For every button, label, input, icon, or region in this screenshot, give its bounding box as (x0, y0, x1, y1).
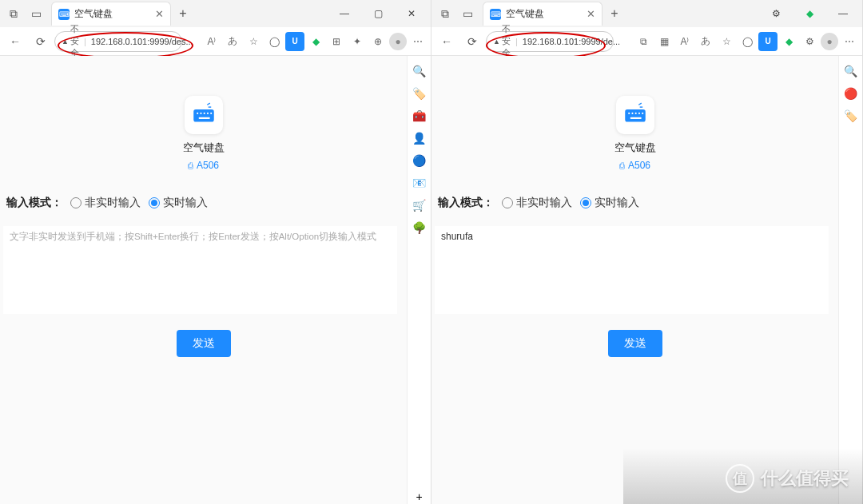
new-tab-button[interactable]: + (173, 6, 193, 21)
screenshot-icon[interactable]: ⧉ (634, 32, 653, 51)
qrcode-icon[interactable]: ▦ (654, 32, 674, 51)
more-icon[interactable]: ⋯ (408, 32, 428, 51)
extension-u-icon[interactable]: U (285, 32, 304, 51)
sidebar-tree-icon[interactable]: 🌳 (412, 220, 427, 235)
shield2-icon[interactable]: ◆ (793, 2, 825, 26)
radio-non-realtime[interactable]: 非实时输入 (502, 196, 572, 210)
extension-u-icon[interactable]: U (758, 32, 777, 51)
profile-avatar[interactable]: ● (389, 33, 407, 50)
tab-actions-icon[interactable]: ▭ (26, 3, 46, 24)
back-button[interactable]: ← (3, 30, 27, 53)
settings-icon[interactable]: ⚙ (760, 2, 792, 26)
sidebar-tools-icon[interactable]: 🧰 (412, 109, 427, 123)
read-aloud-icon[interactable]: A⁾ (202, 32, 221, 51)
svg-rect-7 (625, 109, 646, 122)
mode-label: 输入模式： (438, 196, 494, 210)
sidebar-outlook-icon[interactable]: 📧 (412, 176, 427, 190)
sidebar-tag-icon[interactable]: 🏷️ (412, 86, 427, 101)
favorites-list-icon[interactable]: ✦ (348, 32, 367, 51)
window-right: ⧉ ▭ ⌨ 空气键盘 ✕ + ⚙ ◆ — ← ⟳ 不安全 | 192.168.0… (432, 0, 863, 504)
svg-point-12 (642, 113, 643, 114)
close-icon[interactable]: ✕ (155, 8, 164, 20)
close-window-icon[interactable]: ✕ (396, 2, 428, 26)
browser-tab[interactable]: ⌨ 空气键盘 ✕ (483, 2, 603, 26)
radio-non-realtime[interactable]: 非实时输入 (70, 196, 141, 210)
maximize-icon[interactable]: ▢ (362, 2, 394, 26)
watermark-logo: 值 (726, 464, 754, 493)
close-icon[interactable]: ✕ (587, 8, 595, 20)
profile-avatar[interactable]: ● (821, 33, 838, 50)
sidebar-cart-icon[interactable]: 🛒 (412, 198, 427, 212)
device-badge: A506 (619, 160, 650, 171)
svg-point-2 (200, 113, 201, 114)
send-button[interactable]: 发送 (608, 330, 662, 357)
edge-sidebar: 🔍 🏷️ 🧰 👤 🔵 📧 🛒 🌳 + (407, 56, 431, 504)
edge-sidebar: 🔍 🔴 🏷️ (838, 56, 862, 504)
favicon-icon: ⌨ (490, 9, 501, 20)
translate-icon[interactable]: あ (223, 32, 242, 51)
favorite-icon[interactable]: ☆ (244, 32, 263, 51)
extensions-icon[interactable]: ⊞ (327, 32, 346, 51)
sidebar-red-icon[interactable]: 🔴 (844, 86, 858, 101)
workspaces-icon[interactable]: ⧉ (435, 3, 455, 24)
radio-realtime[interactable]: 实时输入 (149, 196, 208, 210)
svg-rect-13 (630, 117, 641, 119)
settings2-icon[interactable]: ⚙ (800, 32, 819, 51)
sidebar-tag-icon[interactable]: 🏷️ (844, 109, 858, 123)
sidebar-add-icon[interactable]: + (412, 490, 427, 504)
separator: | (515, 37, 518, 46)
circle-icon[interactable]: ◯ (738, 32, 757, 51)
url-box[interactable]: 不安全 | 192.168.0.101:9999/des... (54, 31, 182, 52)
radio-realtime[interactable]: 实时输入 (580, 196, 639, 210)
url-text: 192.168.0.101:9999/de... (523, 37, 620, 46)
window-left: ⧉ ▭ ⌨ 空气键盘 ✕ + — ▢ ✕ ← ⟳ 不安全 | 192.168.0… (0, 0, 432, 504)
watermark-text: 什么值得买 (761, 466, 849, 490)
tab-title: 空气键盘 (506, 7, 544, 21)
device-badge: A506 (188, 160, 219, 171)
svg-point-5 (210, 113, 212, 114)
refresh-button[interactable]: ⟳ (29, 30, 53, 53)
radio-label: 实时输入 (163, 196, 208, 210)
send-button[interactable]: 发送 (177, 330, 231, 357)
input-textarea[interactable] (3, 226, 397, 314)
sidebar-person-icon[interactable]: 👤 (412, 131, 427, 145)
radio-label: 实时输入 (595, 196, 639, 210)
radio-label: 非实时输入 (85, 196, 141, 210)
favorite-icon[interactable]: ☆ (717, 32, 736, 51)
collections-icon[interactable]: ⊕ (368, 32, 388, 51)
page-body: 空气键盘 A506 输入模式： 非实时输入 实时输入 (0, 56, 431, 504)
sidebar-copilot-icon[interactable]: 🔵 (412, 153, 427, 168)
input-textarea[interactable] (435, 226, 829, 314)
keyboard-icon (616, 96, 654, 134)
shield-icon[interactable]: ◆ (306, 32, 325, 51)
shield-icon[interactable]: ◆ (779, 32, 798, 51)
separator: | (84, 37, 86, 46)
svg-point-3 (203, 113, 205, 114)
circle-icon[interactable]: ◯ (264, 32, 284, 51)
page-body: 空气键盘 A506 输入模式： 非实时输入 实时输入 (432, 56, 862, 504)
minimize-icon[interactable]: — (827, 2, 859, 26)
translate-icon[interactable]: あ (696, 32, 715, 51)
sidebar-search-icon[interactable]: 🔍 (412, 64, 427, 78)
minimize-icon[interactable]: — (328, 2, 360, 26)
more-icon[interactable]: ⋯ (840, 32, 859, 51)
workspaces-icon[interactable]: ⧉ (3, 3, 24, 24)
back-button[interactable]: ← (435, 30, 459, 53)
new-tab-button[interactable]: + (604, 6, 625, 21)
app-title: 空气键盘 (435, 141, 835, 155)
tab-actions-icon[interactable]: ▭ (457, 3, 478, 24)
svg-point-11 (638, 113, 639, 114)
favicon-icon: ⌨ (58, 9, 70, 20)
address-bar: ← ⟳ 不安全 | 192.168.0.101:9999/de... ⧉ ▦ A… (432, 27, 862, 56)
sidebar-search-icon[interactable]: 🔍 (844, 64, 858, 78)
app-title: 空气键盘 (3, 141, 404, 155)
browser-tab[interactable]: ⌨ 空气键盘 ✕ (51, 2, 171, 26)
svg-point-9 (631, 113, 633, 114)
url-box[interactable]: 不安全 | 192.168.0.101:9999/de... (486, 31, 614, 52)
svg-point-10 (634, 113, 636, 114)
keyboard-icon (185, 96, 223, 134)
read-aloud-icon[interactable]: A⁾ (675, 32, 694, 51)
address-bar: ← ⟳ 不安全 | 192.168.0.101:9999/des... A⁾ あ… (0, 27, 431, 56)
tab-title: 空气键盘 (74, 7, 113, 21)
refresh-button[interactable]: ⟳ (460, 30, 484, 53)
